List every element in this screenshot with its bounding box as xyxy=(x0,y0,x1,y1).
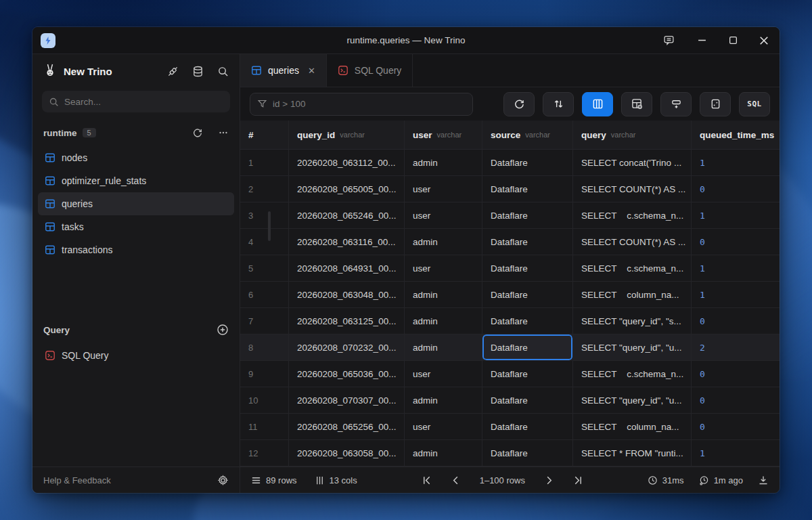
sidebar-table-optimizer_rule_stats[interactable]: optimizer_rule_stats xyxy=(38,169,234,192)
column-header-rownum[interactable]: # xyxy=(240,121,289,150)
cell-queued_time_ms[interactable]: 0 xyxy=(692,308,780,334)
cell-query_id[interactable]: 20260208_065256_00... xyxy=(289,414,405,440)
sidebar-query-item[interactable]: SQL Query xyxy=(38,344,234,367)
disconnect-icon[interactable] xyxy=(167,66,179,77)
first-page-button[interactable] xyxy=(422,475,432,485)
cell-user[interactable]: admin xyxy=(405,440,482,467)
column-header-user[interactable]: uservarchar xyxy=(405,121,482,150)
prev-page-button[interactable] xyxy=(451,475,461,485)
cell-focus-button[interactable] xyxy=(700,92,731,116)
cell-rownum[interactable]: 2 xyxy=(240,176,289,202)
cell-query[interactable]: SELECT * FROM "runti... xyxy=(573,440,692,467)
columns-view-button[interactable] xyxy=(582,92,613,116)
sidebar-search-input[interactable] xyxy=(64,97,223,107)
cell-query_id[interactable]: 20260208_070307_00... xyxy=(289,387,405,414)
cell-user[interactable]: user xyxy=(405,414,482,440)
cell-queued_time_ms[interactable]: 0 xyxy=(692,414,780,440)
sidebar-table-queries[interactable]: queries xyxy=(38,192,234,215)
cell-rownum[interactable]: 7 xyxy=(240,308,289,334)
search-icon[interactable] xyxy=(217,66,229,77)
cell-source[interactable]: Dataflare xyxy=(482,308,573,334)
cell-query[interactable]: SELECT c.schema_n... xyxy=(573,255,692,282)
database-icon[interactable] xyxy=(192,66,204,77)
tab-sql-query[interactable]: SQL Query xyxy=(327,54,413,87)
cell-queued_time_ms[interactable]: 1 xyxy=(692,202,780,229)
cell-query[interactable]: SELECT concat('Trino ... xyxy=(573,150,692,176)
cell-rownum[interactable]: 1 xyxy=(240,150,289,176)
cell-rownum[interactable]: 10 xyxy=(240,387,289,414)
cell-user[interactable]: admin xyxy=(405,334,482,361)
next-page-button[interactable] xyxy=(544,475,554,485)
filter-input[interactable] xyxy=(273,99,466,109)
sidebar-table-tasks[interactable]: tasks xyxy=(38,215,234,238)
cell-queued_time_ms[interactable]: 1 xyxy=(692,440,780,467)
schema-name[interactable]: runtime xyxy=(43,128,77,138)
cell-user[interactable]: user xyxy=(405,255,482,282)
cell-query[interactable]: SELECT "query_id", "u... xyxy=(573,387,692,414)
cell-source[interactable]: Dataflare xyxy=(482,414,573,440)
sidebar-scrollbar[interactable] xyxy=(268,211,271,241)
cell-queued_time_ms[interactable]: 0 xyxy=(692,229,780,255)
cell-source[interactable]: Dataflare xyxy=(482,255,573,282)
cell-query[interactable]: SELECT c.schema_n... xyxy=(573,202,692,229)
cell-query[interactable]: SELECT COUNT(*) AS ... xyxy=(573,176,692,202)
cell-rownum[interactable]: 4 xyxy=(240,229,289,255)
cell-rownum[interactable]: 12 xyxy=(240,440,289,467)
last-page-button[interactable] xyxy=(573,475,583,485)
cell-query_id[interactable]: 20260208_064931_00... xyxy=(289,255,405,282)
sidebar-table-transactions[interactable]: transactions xyxy=(38,238,234,261)
cell-rownum[interactable]: 6 xyxy=(240,282,289,308)
cell-queued_time_ms[interactable]: 2 xyxy=(692,334,780,361)
cell-rownum[interactable]: 9 xyxy=(240,361,289,387)
cell-user[interactable]: user xyxy=(405,176,482,202)
cell-query[interactable]: SELECT "query_id", "u... xyxy=(573,334,692,361)
cell-source[interactable]: Dataflare xyxy=(482,229,573,255)
cell-rownum[interactable]: 5 xyxy=(240,255,289,282)
close-button[interactable] xyxy=(748,27,780,53)
add-query-icon[interactable] xyxy=(217,324,229,336)
cell-source[interactable]: Dataflare xyxy=(482,334,573,361)
cell-query_id[interactable]: 20260208_063116_00... xyxy=(289,229,405,255)
cell-source[interactable]: Dataflare xyxy=(482,361,573,387)
cell-user[interactable]: admin xyxy=(405,282,482,308)
cell-query[interactable]: SELECT "query_id", "s... xyxy=(573,308,692,334)
cell-user[interactable]: user xyxy=(405,202,482,229)
feedback-icon[interactable] xyxy=(651,27,686,53)
cell-query_id[interactable]: 20260208_063125_00... xyxy=(289,308,405,334)
filter-input-box[interactable] xyxy=(250,93,473,116)
refresh-schema-icon[interactable] xyxy=(192,127,203,138)
cell-user[interactable]: admin xyxy=(405,308,482,334)
cell-queued_time_ms[interactable]: 0 xyxy=(692,176,780,202)
sort-button[interactable] xyxy=(543,92,574,116)
add-row-button[interactable] xyxy=(660,92,692,116)
maximize-button[interactable] xyxy=(717,27,748,53)
sql-view-button[interactable]: SQL xyxy=(739,92,770,116)
refresh-button[interactable] xyxy=(503,92,535,116)
cell-query[interactable]: SELECT column_na... xyxy=(573,282,692,308)
cell-rownum[interactable]: 3 xyxy=(240,202,289,229)
column-header-source[interactable]: sourcevarchar xyxy=(482,121,573,150)
cell-query_id[interactable]: 20260208_063058_00... xyxy=(289,440,405,467)
column-header-query[interactable]: queryvarchar xyxy=(573,121,692,150)
cell-query_id[interactable]: 20260208_063112_00... xyxy=(289,150,405,176)
cell-queued_time_ms[interactable]: 1 xyxy=(692,255,780,282)
cell-query_id[interactable]: 20260208_065005_00... xyxy=(289,176,405,202)
cell-rownum[interactable]: 11 xyxy=(240,414,289,440)
cell-queued_time_ms[interactable]: 0 xyxy=(692,387,780,414)
sidebar-search[interactable] xyxy=(42,91,230,112)
cell-user[interactable]: user xyxy=(405,361,482,387)
cell-user[interactable]: admin xyxy=(405,229,482,255)
schema-more-icon[interactable] xyxy=(218,127,229,138)
cell-query[interactable]: SELECT column_na... xyxy=(573,414,692,440)
cell-rownum[interactable]: 8 xyxy=(240,334,289,361)
minimize-button[interactable] xyxy=(686,27,717,53)
cell-query_id[interactable]: 20260208_065246_00... xyxy=(289,202,405,229)
tab-close-icon[interactable]: ✕ xyxy=(308,66,315,76)
cell-queued_time_ms[interactable]: 1 xyxy=(692,282,780,308)
cell-source[interactable]: Dataflare xyxy=(482,282,573,308)
sidebar-table-nodes[interactable]: nodes xyxy=(38,146,234,169)
settings-gear-icon[interactable] xyxy=(217,475,229,486)
cell-source[interactable]: Dataflare xyxy=(482,440,573,467)
help-feedback-link[interactable]: Help & Feedback xyxy=(43,475,111,485)
export-download-icon[interactable] xyxy=(758,475,769,485)
